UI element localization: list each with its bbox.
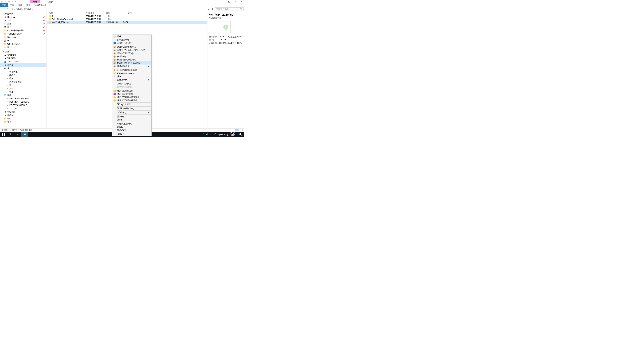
tree-item[interactable]: 📚库 xyxy=(0,67,46,70)
breadcrumb-item[interactable]: 文档 (E:) xyxy=(24,7,32,10)
tree-item[interactable]: 📁Bandicam xyxy=(0,35,46,39)
ribbon-context-tab[interactable]: 管理 xyxy=(30,0,40,3)
menu-item[interactable]: 发送到(N)▶ xyxy=(112,111,152,114)
nav-back-icon[interactable]: ← xyxy=(1,8,3,10)
tree-item[interactable]: ▫保存的图片 xyxy=(0,70,46,73)
tree-item[interactable]: 📁win7重装win7 xyxy=(0,42,46,45)
menu-item[interactable]: 属性(R) xyxy=(112,133,152,136)
tree-item[interactable]: ▫文档 xyxy=(0,87,46,90)
task-view-icon[interactable]: ⎚ xyxy=(14,132,21,137)
start-button[interactable] xyxy=(0,132,7,137)
minimize-button[interactable]: — xyxy=(220,0,226,3)
menu-item[interactable]: 📦其他压缩命令▶ xyxy=(112,64,152,68)
tree-item[interactable]: ★快速访问 xyxy=(0,12,46,15)
system-tray[interactable]: ˄ 🔊 中 🖊 16:32 2020/12/25, 星期五 💬3 xyxy=(203,132,244,137)
volume-icon[interactable]: 🔊 xyxy=(206,133,208,135)
close-button[interactable]: ✕ xyxy=(232,0,238,3)
tree-item[interactable]: 💽G:\ xyxy=(0,39,46,42)
taskbar-clock[interactable]: 16:32 2020/12/25, 星期五 xyxy=(218,132,236,136)
taskbar-search-icon[interactable]: 🔍 xyxy=(7,132,14,137)
tree-item[interactable]: ☁WPS网盘 xyxy=(0,57,46,60)
tree-item[interactable]: ▫DESKTOP-NJEU3CG xyxy=(0,100,46,104)
tree-item[interactable]: ▫视频 xyxy=(0,77,46,80)
tree-item[interactable]: ▫PC-20190530OBLA xyxy=(0,104,46,107)
menu-item[interactable]: 复制(C) xyxy=(112,118,152,121)
ime-indicator[interactable]: 中 xyxy=(210,133,212,136)
tree-item[interactable]: 👤Administrator xyxy=(0,60,46,63)
tree-item[interactable]: 🗑回收站 xyxy=(0,114,46,117)
menu-item[interactable]: 📦解压到当前文件夹(X) xyxy=(112,58,152,61)
refresh-icon[interactable]: ⟳ xyxy=(211,8,214,10)
menu-item[interactable]: 还原以前的版本(V) xyxy=(112,107,152,110)
tree-item[interactable]: 🖥Desktop📌 xyxy=(0,15,46,19)
menu-item[interactable]: 重命名(M) xyxy=(112,129,152,132)
nav-forward-icon[interactable]: → xyxy=(4,8,6,10)
tree-item[interactable]: ▫本机照片 xyxy=(0,73,46,77)
view-large-icons-button[interactable] xyxy=(239,129,242,131)
menu-item[interactable]: 删除(D) xyxy=(112,125,152,129)
menu-item[interactable]: 📦添加到压缩文件(A)... xyxy=(112,45,152,49)
menu-item[interactable]: 📝Edit with Notepad++ xyxy=(112,72,152,75)
menu-item[interactable]: 刻录光盘映像 xyxy=(112,38,152,41)
menu-item[interactable]: 📦解压到 Win7x64_2020\ (E) xyxy=(112,61,152,64)
col-date[interactable]: 修改日期 xyxy=(84,11,104,14)
menu-item[interactable]: 🟡使用 360管理右键菜单 xyxy=(112,99,152,102)
menu-item[interactable]: ☁上传到百度网盘 xyxy=(112,82,152,85)
menu-item[interactable]: 🟡使用 360进行木马云查杀 xyxy=(112,96,152,99)
menu-item[interactable]: 📦用360压缩打开(Q) xyxy=(112,52,152,55)
nav-tree[interactable]: ★快速访问🖥Desktop📌⬇下载📌📄文档📌🖼图片📌📁excel表格制作求和📌📁… xyxy=(0,11,46,128)
search-input[interactable]: 搜索"文档 (E:)" 🔍 xyxy=(215,7,244,11)
menu-item[interactable]: 📦添加到 "Win7x64_2020.zip" (T) xyxy=(112,49,152,52)
tree-item[interactable]: 📁图片 xyxy=(0,45,46,49)
tree-item[interactable]: ▫DESKTOP-LSSOEDP xyxy=(0,97,46,100)
ime-mode-icon[interactable]: 🖊 xyxy=(214,133,216,135)
qat-dropdown-icon[interactable]: ▾ xyxy=(14,0,17,3)
tree-item[interactable]: ⚙控制面板 xyxy=(0,110,46,114)
tree-item[interactable]: ▫ZMT2019 xyxy=(0,107,46,110)
column-headers[interactable]: 名称 修改日期 类型 大小 xyxy=(46,11,207,15)
breadcrumb-pc-icon[interactable]: 🖥 xyxy=(12,8,14,10)
menu-item[interactable]: 🔶用 蜂蜜浏览器 浏览(3) xyxy=(112,68,152,72)
help-button[interactable]: ? xyxy=(238,0,244,3)
col-name[interactable]: 名称 xyxy=(46,11,84,14)
address-dropdown-icon[interactable]: ⌄ xyxy=(206,8,210,10)
tree-item[interactable]: 🖼图片📌 xyxy=(0,25,46,29)
context-menu[interactable]: 💿装载刻录光盘映像🟦上传到有道云笔记📦添加到压缩文件(A)...📦添加到 "Wi… xyxy=(112,34,152,136)
menu-item[interactable]: 创建快捷方式(S) xyxy=(112,122,152,125)
tree-item[interactable]: ☁OneDrive xyxy=(0,53,46,57)
chevron-right-icon[interactable]: › xyxy=(22,8,23,10)
file-row[interactable]: Win7x64_2020.iso2020/12/25, 星期五 1...光盘映像… xyxy=(46,21,207,24)
nav-recent-icon[interactable]: ▾ xyxy=(8,8,8,10)
action-center-icon[interactable]: 💬3 xyxy=(238,132,243,137)
menu-item[interactable]: 🟪使用 360强力删除 xyxy=(112,92,152,96)
menu-item[interactable]: 📦解压到(F)... xyxy=(112,55,152,58)
tree-item[interactable]: 📁YUNQISHI2019📌 xyxy=(0,32,46,35)
file-row[interactable]: 12020/12/15, 星期二 1...文件夹 xyxy=(46,15,207,18)
breadcrumb-item[interactable]: 此电脑 xyxy=(16,7,22,10)
tree-item[interactable]: 🖥桌面 xyxy=(0,50,46,53)
tree-item[interactable]: ⬇下载📌 xyxy=(0,19,46,22)
breadcrumb[interactable]: 🖥 › 此电脑 › 文档 (E:) › ⌄ ⟳ xyxy=(12,7,214,10)
tab-disc-tools[interactable]: 光盘映像工具 xyxy=(32,3,48,7)
menu-item[interactable]: 剪切(T) xyxy=(112,115,152,118)
tab-file[interactable]: 文件 xyxy=(0,3,8,7)
tray-overflow-icon[interactable]: ˄ xyxy=(203,133,204,135)
tree-item[interactable]: ▫图片 xyxy=(0,83,46,87)
menu-item[interactable]: 打开方式(H)▶ xyxy=(112,78,152,81)
tree-item[interactable]: ▫天翼云盘下载 xyxy=(0,80,46,83)
qat-close-icon[interactable]: ✖ xyxy=(8,0,10,3)
maximize-button[interactable]: ▢ xyxy=(226,0,232,3)
tree-item[interactable]: 📁文件 xyxy=(0,120,46,124)
file-row[interactable]: BaiduNetdiskDownload2020/12/25, 星期五 1...… xyxy=(46,18,207,21)
menu-item[interactable]: 🟦上传到有道云笔记 xyxy=(112,41,152,44)
tree-item[interactable]: 🖥此电脑 xyxy=(0,63,46,67)
tree-item[interactable]: 📁软件 xyxy=(0,117,46,120)
col-size[interactable]: 大小 xyxy=(120,11,134,14)
tree-item[interactable]: 🌐网络 xyxy=(0,93,46,97)
tab-home[interactable]: 主页 xyxy=(8,3,16,7)
menu-item[interactable]: ↗共享 xyxy=(112,75,152,78)
nav-up-icon[interactable]: ↑ xyxy=(9,8,10,10)
chevron-right-icon[interactable]: › xyxy=(14,8,15,10)
search-icon[interactable]: 🔍 xyxy=(240,8,243,10)
qat-checked-icon[interactable]: ✔ xyxy=(4,0,7,3)
